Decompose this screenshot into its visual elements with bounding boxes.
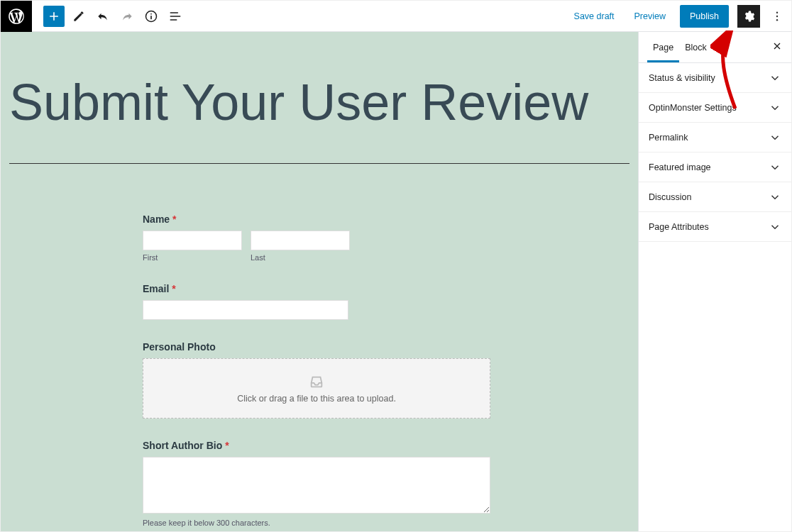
chevron-down-icon	[769, 101, 781, 114]
required-mark: *	[172, 214, 176, 225]
bio-textarea[interactable]	[143, 457, 490, 514]
panel-optinmonster[interactable]: OptinMonster Settings	[639, 93, 791, 123]
chevron-down-icon	[769, 131, 781, 144]
panel-status-visibility[interactable]: Status & visibility	[639, 63, 791, 93]
tab-block[interactable]: Block	[679, 33, 713, 62]
svg-point-3	[776, 11, 778, 13]
toolbar-left-group	[32, 6, 185, 27]
editor-toolbar: Save draft Preview Publish	[1, 1, 791, 32]
last-name-sublabel: Last	[251, 253, 350, 262]
chevron-down-icon	[769, 161, 781, 174]
page-title[interactable]: Submit Your User Review	[1, 32, 638, 152]
field-email: Email *	[143, 283, 496, 320]
add-block-button[interactable]	[43, 6, 65, 27]
panel-permalink[interactable]: Permalink	[639, 123, 791, 153]
outline-icon	[168, 9, 182, 23]
close-sidebar-button[interactable]	[771, 40, 783, 54]
plus-icon	[47, 9, 61, 23]
first-name-sublabel: First	[143, 253, 242, 262]
dots-vertical-icon	[771, 10, 783, 23]
file-upload-dropzone[interactable]: Click or drag a file to this area to upl…	[143, 358, 490, 419]
save-draft-button[interactable]: Save draft	[568, 7, 620, 26]
panel-page-attributes[interactable]: Page Attributes	[639, 212, 791, 242]
svg-rect-2	[150, 16, 152, 19]
svg-point-5	[776, 19, 778, 21]
list-view-button[interactable]	[165, 6, 185, 26]
publish-button[interactable]: Publish	[680, 5, 729, 28]
undo-button[interactable]	[93, 6, 113, 26]
undo-icon	[96, 9, 110, 23]
editor-canvas-scroll[interactable]: Submit Your User Review Name * First Las…	[1, 32, 638, 531]
edit-mode-button[interactable]	[69, 6, 89, 26]
form-block: Name * First Last Email *	[1, 214, 638, 531]
info-icon	[144, 9, 158, 23]
wordpress-icon	[7, 7, 26, 26]
required-mark: *	[225, 440, 229, 451]
required-mark: *	[172, 283, 175, 294]
preview-button[interactable]: Preview	[629, 7, 671, 26]
chevron-down-icon	[769, 191, 781, 204]
tab-page[interactable]: Page	[647, 33, 679, 62]
sidebar-tabs: Page Block	[639, 32, 791, 63]
close-icon	[771, 40, 783, 52]
redo-button[interactable]	[117, 6, 137, 26]
field-photo: Personal Photo Click or drag a file to t…	[143, 341, 496, 419]
editor-canvas: Submit Your User Review Name * First Las…	[1, 32, 638, 531]
separator-block	[9, 163, 629, 164]
chevron-down-icon	[769, 221, 781, 233]
wordpress-logo-button[interactable]	[1, 1, 32, 32]
more-options-button[interactable]	[769, 5, 786, 28]
upload-hint: Click or drag a file to this area to upl…	[237, 394, 396, 404]
panel-discussion[interactable]: Discussion	[639, 182, 791, 212]
name-label: Name *	[143, 214, 496, 225]
pencil-icon	[72, 9, 86, 23]
inbox-icon	[308, 374, 325, 389]
last-name-input[interactable]	[251, 231, 350, 250]
field-name: Name * First Last	[143, 214, 496, 262]
bio-help-text: Please keep it below 300 characters.	[143, 519, 496, 527]
bio-label: Short Author Bio *	[143, 440, 496, 451]
toolbar-right-group: Save draft Preview Publish	[568, 5, 786, 28]
settings-button[interactable]	[737, 5, 760, 28]
svg-point-4	[776, 15, 778, 16]
email-label: Email *	[143, 283, 496, 294]
first-name-input[interactable]	[143, 231, 242, 250]
email-input[interactable]	[143, 300, 348, 320]
photo-label: Personal Photo	[143, 341, 496, 353]
svg-point-1	[150, 13, 152, 14]
chevron-down-icon	[769, 72, 781, 84]
panel-featured-image[interactable]: Featured image	[639, 153, 791, 182]
gear-icon	[742, 10, 755, 23]
field-bio: Short Author Bio * Please keep it below …	[143, 440, 496, 527]
info-button[interactable]	[141, 6, 161, 26]
settings-sidebar: Page Block Status & visibility OptinMons…	[638, 32, 791, 531]
redo-icon	[120, 9, 134, 23]
